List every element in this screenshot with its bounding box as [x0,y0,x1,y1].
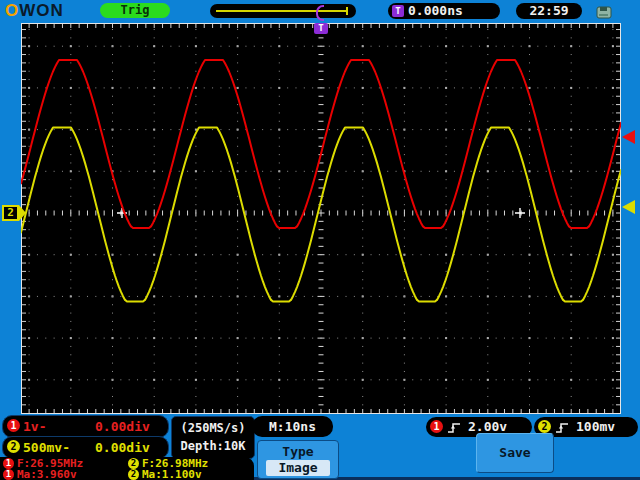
trigger-position-marker [316,5,324,21]
memory-depth: Depth:10K [172,439,254,453]
window-end-tick [346,7,348,15]
acquisition-info-box: (250MS/s) Depth:10K [171,416,255,459]
type-menu-button[interactable]: Type Image [257,440,339,479]
ch2-volts-per-div: 500mv- [23,437,70,458]
timebase-readout: M:10ns [252,416,333,437]
clock-readout: 22:59 [516,3,582,19]
ch1-badge: 1 [7,419,20,432]
ch2-scale-readout: 2 500mv- 0.00div [2,436,169,459]
top-status-bar: OWON Trig T 0.000ns 22:59 [0,0,640,22]
ch2-ground-label: 2 [2,205,19,221]
ch2-ground-pointer [19,205,26,221]
ch1-max-voltage: Ma:3.960v [17,469,77,480]
measure-cursor-cross [515,208,525,218]
acquisition-window-line [216,10,346,12]
ch2-badge: 2 [128,469,139,480]
logo-letters-won: WON [19,1,64,20]
ch1-scale-readout: 1 1v- 0.00div [2,415,169,438]
ch2-offset: 0.00div [95,437,150,458]
logo-letter-o: O [5,1,19,20]
type-label: Type [258,444,338,459]
oscilloscope-screen: OWON Trig T 0.000ns 22:59 T 2 1 1v- [0,0,640,480]
sample-rate: (250MS/s) [172,421,254,435]
trigger-t-icon: T [392,5,404,17]
ch2-badge: 2 [128,458,139,469]
ch2-trigger-badge: 2 [538,420,551,433]
ch1-trigger-level-arrow [622,130,635,144]
type-value-selected: Image [266,460,330,476]
measurement-bar: 1 F:26.95MHz 2 F:26.98MHz 1 Ma:3.960v 2 … [0,457,254,480]
horizontal-position-bar [210,4,356,18]
trigger-position-top-marker: T [314,23,328,34]
ch1-volts-per-div: 1v- [23,416,46,437]
trigger-time-readout: T 0.000ns [388,3,500,19]
ch1-trigger-badge: 1 [430,420,443,433]
save-button[interactable]: Save [476,433,554,473]
ch1-badge: 1 [3,469,14,480]
ch2-trigger-level: 100mv [576,417,615,437]
trigger-time-value: 0.000ns [408,3,463,19]
ch2-badge: 2 [7,440,20,453]
ch1-badge: 1 [3,458,14,469]
trigger-status-badge: Trig [100,3,170,18]
rising-edge-icon [555,420,569,439]
brand-logo: OWON [5,1,64,21]
graticule-area [21,23,621,414]
ch1-offset: 0.00div [95,416,150,437]
ch2-max-voltage: Ma:1.100v [142,469,202,480]
usb-storage-icon [596,4,612,18]
rising-edge-icon [447,420,461,439]
usb-storage-glyph [596,5,612,19]
ch2-ground-marker: 2 [2,205,28,221]
graticule-canvas [21,23,621,414]
ch2-trigger-level-arrow [622,200,635,214]
